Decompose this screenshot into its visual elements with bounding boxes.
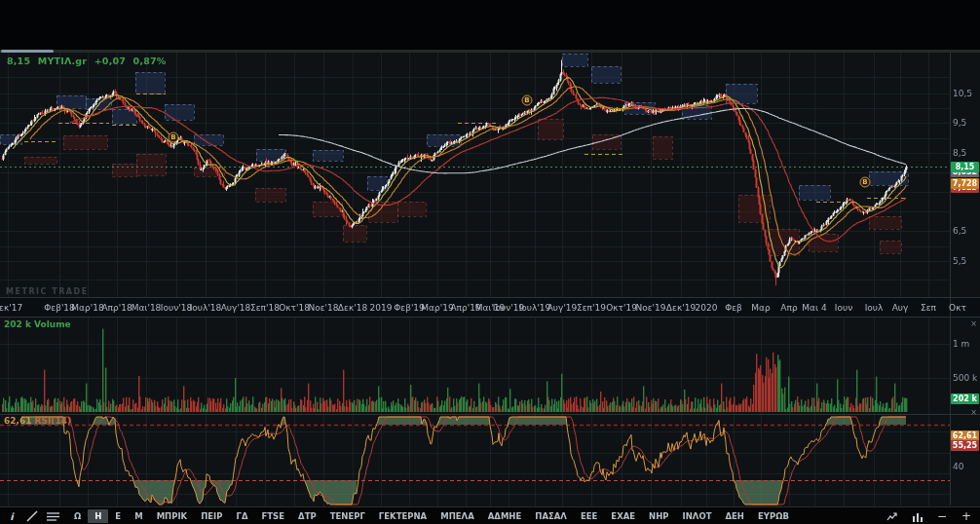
symbol-tabs: ΩΗΕΜΜΠΡΙΚΠΕΙΡΓΔFTSEΔΤΡΤΕΝΕΡΓΓΕΚΤΕΡΝΑΜΠΕΛ… <box>67 507 796 524</box>
zoom-out-button[interactable]: − <box>934 509 950 523</box>
volume-badge: 202 k <box>951 393 979 404</box>
toolbar-tab[interactable]: ΙΝΛΟΤ <box>676 509 719 523</box>
toolbar-tab[interactable]: ΝΗΡ <box>642 509 675 523</box>
rsi-badge: 62,61 <box>951 430 979 441</box>
watchlist-icon[interactable] <box>44 509 61 523</box>
chart-scrollbar[interactable] <box>0 50 980 53</box>
trendline-tool-icon[interactable] <box>23 509 41 523</box>
bottom-toolbar: i ΩΗΕΜΜΠΡΙΚΠΕΙΡΓΔFTSEΔΤΡΤΕΝΕΡΓΓΕΚΤΕΡΝΑΜΠ… <box>0 506 980 524</box>
zoom-in-button[interactable]: + <box>959 509 974 523</box>
toolbar-right-controls: − + <box>886 509 974 523</box>
price-badge-ma21-value: 7,728 <box>951 178 979 189</box>
toolbar-tab[interactable]: ΓΔ <box>230 509 255 523</box>
toolbar-tab[interactable]: ΓΕΚΤΕΡΝΑ <box>372 509 433 523</box>
toolbar-tab[interactable]: ΔΕΗ <box>718 509 751 523</box>
toolbar-tab[interactable]: ΠΑΣΑΛ <box>528 509 574 523</box>
trading-app: 8,15 ΜΥΤΙΛ.gr +0,07 0,87% 202 k Volume 6… <box>0 0 980 524</box>
toolbar-tab[interactable]: Ε <box>108 509 128 523</box>
toolbar-tab[interactable]: ΜΠΡΙΚ <box>150 509 195 523</box>
toolbar-tab[interactable]: Ω <box>67 509 88 523</box>
toolbar-tab[interactable]: Η <box>88 509 108 523</box>
rsi-badge: 55,25 <box>951 440 979 451</box>
toolbar-tab[interactable]: ΕΧΑΕ <box>604 509 642 523</box>
toolbar-tab[interactable]: ΔΤΡ <box>291 509 323 523</box>
chart-canvas[interactable] <box>0 0 980 506</box>
price-badge-last-price: 8,15 <box>951 162 979 172</box>
toolbar-tab[interactable]: ΑΔΜΗΕ <box>481 509 529 523</box>
toolbar-tab[interactable]: ΕΕΕ <box>574 509 604 523</box>
toolbar-tab[interactable]: FTSE <box>255 509 292 523</box>
toolbar-tab[interactable]: ΤΕΝΕΡΓ <box>323 509 372 523</box>
toolbar-tab[interactable]: ΕΥΡΩΒ <box>751 509 796 523</box>
toolbar-tab[interactable]: ΠΕΙΡ <box>194 509 229 523</box>
bar-chart-icon[interactable] <box>910 509 925 523</box>
toolbar-tab[interactable]: ΜΠΕΛΑ <box>433 509 481 523</box>
scrollbar-thumb[interactable] <box>1 50 54 53</box>
volume-close-icon[interactable]: × <box>969 319 978 328</box>
line-chart-icon[interactable] <box>886 509 901 523</box>
rsi-close-icon[interactable]: × <box>969 408 978 417</box>
info-icon[interactable]: i <box>3 509 20 523</box>
toolbar-tab[interactable]: Μ <box>128 509 149 523</box>
